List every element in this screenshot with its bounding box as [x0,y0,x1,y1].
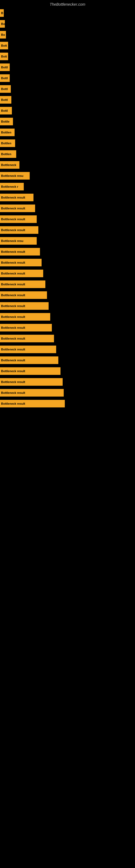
bar-item: Bottlen [0,129,14,136]
bar-label: Bottl [1,76,8,80]
bar-label: Bottl [1,66,8,69]
bar-item: Bottleneck result [0,280,45,288]
bar-item: Bottleneck result [0,205,35,212]
bar-row: Bottleneck result [0,322,135,333]
bar-item: Bottleneck result [0,194,34,201]
bar-label: Bottleneck [1,163,16,166]
bar-row: Bottleneck result [0,246,135,257]
bar-label: Bottleneck r [1,185,18,188]
bar-row: Bottleneck result [0,203,135,214]
bar-item: Bottleneck result [0,356,58,364]
bar-label: Bottleneck resu [1,239,24,243]
bar-item: Bottl [0,96,11,104]
bar-row: Bottleneck result [0,376,135,388]
bar-label: Bottleneck result [1,218,25,221]
bar-row: Bottleneck result [0,398,135,409]
bar-label: Bottleneck result [1,326,25,329]
bar-item: Bottl [0,107,12,115]
bar-row: Bottleneck r [0,181,135,192]
bar-item: Bottleneck resu [0,237,37,245]
bar-label: Bott [1,44,7,47]
bar-item: Bottleneck result [0,313,50,321]
bar-item: Bottleneck result [0,259,42,267]
bar-row: Bottleneck result [0,388,135,398]
bar-label: Bottleneck result [1,250,25,253]
bar-row: Bottleneck result [0,257,135,268]
bar-row: Bottleneck result [0,214,135,225]
bar-item: Bottleneck result [0,324,52,332]
bar-row: Bottl [0,73,135,84]
bar-label: Bottleneck result [1,304,25,308]
bar-label: Bottl [1,98,8,101]
bar-row: Bottleneck result [0,333,135,344]
bar-label: Bottleneck result [1,369,25,373]
bar-item: Bottleneck result [0,291,47,299]
bar-row: Bottle [0,116,135,127]
bar-label: Bottl [1,87,8,91]
bar-row: Bottleneck result [0,301,135,311]
bar-row: Bott [0,40,135,51]
bar-item: Bottlen [0,140,15,147]
bar-item: Bottleneck result [0,248,40,255]
site-title: TheBottlenecker.com [0,0,135,8]
bar-label: Bottlen [1,152,11,156]
bar-item: Bo [0,20,5,28]
bar-item: Bottleneck r [0,183,24,190]
bar-label: Bottleneck result [1,207,25,210]
bar-label: Bottleneck result [1,315,25,318]
bar-label: Bottleneck result [1,293,25,297]
bar-row: Bottlen [0,138,135,149]
bar-item: Bott [0,53,8,60]
bar-row: Bottl [0,94,135,105]
bar-row: Bottleneck resu [0,170,135,181]
bar-row: Bottlen [0,149,135,159]
bar-row: Bottl [0,62,135,73]
bar-label: Bottleneck result [1,283,25,286]
bar-item: Bottle [0,118,13,125]
bar-label: Bottleneck result [1,196,25,199]
bar-row: Bott [0,51,135,62]
bar-item: B [0,9,4,17]
bar-row: B [0,8,135,19]
bar-label: Bottl [1,109,8,112]
bar-item: Bottleneck result [0,400,65,407]
bar-label: Bottleneck result [1,261,25,264]
bar-item: Bottleneck resu [0,172,30,180]
bar-label: Bott [1,55,7,58]
bar-item: Bottl [0,74,10,82]
bar-item: Bottleneck result [0,226,38,234]
bar-label: Bottleneck result [1,272,25,275]
bar-label: Bottleneck resu [1,174,24,177]
bar-item: Bottleneck result [0,389,64,397]
bar-label: Bottleneck result [1,391,25,394]
bar-label: Bo [1,22,5,26]
bar-row: Bo [0,19,135,29]
bar-row: Bottleneck result [0,279,135,290]
bar-label: Bo [1,33,5,36]
bar-label: Bottleneck result [1,228,25,231]
bar-item: Bottl [0,63,10,71]
bar-row: Bottleneck [0,159,135,170]
bar-row: Bottleneck result [0,225,135,236]
bar-label: Bottleneck result [1,348,25,351]
bar-row: Bottleneck result [0,290,135,301]
bar-row: Bottleneck result [0,355,135,366]
bar-item: Bo [0,31,6,38]
bar-item: Bottleneck result [0,378,63,386]
bar-item: Bott [0,42,8,50]
bar-row: Bottl [0,105,135,116]
bar-label: Bottlen [1,142,11,145]
bar-item: Bottleneck result [0,270,43,277]
bar-item: Bottleneck result [0,346,56,353]
bar-item: Bottleneck result [0,215,37,223]
bar-row: Bottleneck result [0,366,135,376]
bar-item: Bottleneck [0,161,19,169]
bar-row: Bo [0,29,135,40]
bar-row: Bottleneck result [0,344,135,355]
bar-label: Bottlen [1,131,11,134]
bar-label: Bottleneck result [1,402,25,405]
bar-item: Bottlen [0,150,16,158]
bar-item: Bottleneck result [0,302,49,310]
bar-item: Bottleneck result [0,335,54,342]
bar-row: Bottleneck result [0,192,135,203]
